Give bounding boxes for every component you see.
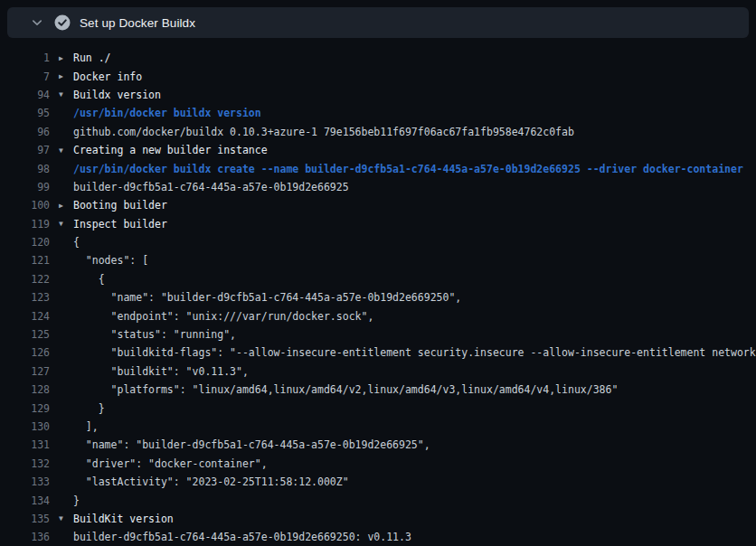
log-line: 130 ], <box>0 418 756 436</box>
line-number[interactable]: 119 <box>0 218 50 231</box>
log-line: 136builder-d9cfb5a1-c764-445a-a57e-0b19d… <box>0 528 756 546</box>
line-number[interactable]: 120 <box>0 236 50 249</box>
line-number[interactable]: 98 <box>0 163 50 175</box>
log-line: 133 "lastActivity": "2023-02-25T11:58:12… <box>0 473 756 491</box>
line-number[interactable]: 95 <box>0 107 50 119</box>
line-number[interactable]: 7 <box>0 71 50 83</box>
log-line: 134} <box>0 491 756 509</box>
output-text: "status": "running", <box>73 328 236 341</box>
log-line: 123 "name": "builder-d9cfb5a1-c764-445a-… <box>0 288 756 306</box>
log-line: 129 } <box>0 399 756 417</box>
log-line: 120{ <box>0 233 756 251</box>
log-line: 96github.com/docker/buildx 0.10.3+azure-… <box>0 123 756 141</box>
output-text: "lastActivity": "2023-02-25T11:58:12.000… <box>73 475 349 488</box>
output-text: "name": "builder-d9cfb5a1-c764-445a-a57e… <box>73 438 430 451</box>
group-title: Buildx version <box>73 89 161 101</box>
group-collapse-marker-icon[interactable]: ▼ <box>59 220 73 228</box>
log-line: 127 "buildkit": "v0.11.3", <box>0 362 756 381</box>
group-title: Booting builder <box>73 199 167 212</box>
group-title: BuildKit version <box>73 513 174 525</box>
line-number[interactable]: 123 <box>0 291 50 304</box>
log-group-line[interactable]: 1▶Run ./ <box>0 49 756 67</box>
step-title: Set up Docker Buildx <box>80 16 195 30</box>
line-number[interactable]: 129 <box>0 402 50 415</box>
output-text: "endpoint": "unix:///var/run/docker.sock… <box>73 310 373 323</box>
log-line: 132 "driver": "docker-container", <box>0 455 756 473</box>
group-collapse-marker-icon[interactable]: ▼ <box>59 146 73 155</box>
log-group-line[interactable]: 135▼BuildKit version <box>0 510 756 528</box>
group-collapse-marker-icon[interactable]: ▼ <box>59 514 73 522</box>
group-expand-marker-icon[interactable]: ▶ <box>59 72 73 80</box>
line-number[interactable]: 99 <box>0 181 50 193</box>
log-line: 95/usr/bin/docker buildx version <box>0 104 756 122</box>
output-text: "nodes": [ <box>73 254 148 267</box>
output-text: { <box>73 236 80 249</box>
log-line: 121 "nodes": [ <box>0 251 756 269</box>
group-title: Inspect builder <box>73 218 167 231</box>
log-group-line[interactable]: 100▶Booting builder <box>0 196 756 214</box>
output-text: "name": "builder-d9cfb5a1-c764-445a-a57e… <box>73 291 461 304</box>
log-line: 126 "buildkitd-flags": "--allow-insecure… <box>0 344 756 362</box>
line-number[interactable]: 128 <box>0 383 50 396</box>
line-number[interactable]: 124 <box>0 310 50 323</box>
group-title: Creating a new builder instance <box>73 144 268 156</box>
line-number[interactable]: 136 <box>0 531 50 543</box>
log-line: 124 "endpoint": "unix:///var/run/docker.… <box>0 306 756 325</box>
line-number[interactable]: 122 <box>0 273 50 286</box>
log-line: 128 "platforms": "linux/amd64,linux/amd6… <box>0 381 756 399</box>
line-number[interactable]: 134 <box>0 494 50 507</box>
check-circle-icon <box>54 14 71 31</box>
group-expand-marker-icon[interactable]: ▶ <box>59 202 73 210</box>
output-text: "driver": "docker-container", <box>73 457 268 470</box>
log-area: 1▶Run ./7▶Docker info94▼Buildx version95… <box>0 49 756 546</box>
output-text: builder-d9cfb5a1-c764-445a-a57e-0b19d2e6… <box>73 181 349 193</box>
output-text: "platforms": "linux/amd64,linux/amd64/v2… <box>73 383 618 396</box>
log-group-line[interactable]: 119▼Inspect builder <box>0 215 756 233</box>
line-number[interactable]: 96 <box>0 126 50 138</box>
line-number[interactable]: 94 <box>0 89 50 101</box>
log-group-line[interactable]: 7▶Docker info <box>0 67 756 85</box>
log-line: 99builder-d9cfb5a1-c764-445a-a57e-0b19d2… <box>0 178 756 196</box>
line-number[interactable]: 97 <box>0 144 50 156</box>
log-line: 122 { <box>0 270 756 288</box>
command-text: /usr/bin/docker buildx create --name bui… <box>73 163 743 175</box>
step-header[interactable]: Set up Docker Buildx <box>7 7 749 38</box>
line-number[interactable]: 100 <box>0 199 50 212</box>
log-line: 98/usr/bin/docker buildx create --name b… <box>0 159 756 177</box>
output-text: } <box>73 494 80 507</box>
line-number[interactable]: 131 <box>0 438 50 451</box>
group-title: Run ./ <box>73 52 111 64</box>
output-text: "buildkit": "v0.11.3", <box>73 365 249 378</box>
line-number[interactable]: 127 <box>0 365 50 378</box>
chevron-down-icon <box>31 16 43 29</box>
line-number[interactable]: 1 <box>0 52 50 64</box>
output-text: ], <box>73 420 99 433</box>
output-text: { <box>73 273 105 286</box>
log-line: 131 "name": "builder-d9cfb5a1-c764-445a-… <box>0 436 756 454</box>
log-group-line[interactable]: 94▼Buildx version <box>0 86 756 104</box>
log-line: 125 "status": "running", <box>0 325 756 344</box>
line-number[interactable]: 132 <box>0 457 50 470</box>
log-group-line[interactable]: 97▼Creating a new builder instance <box>0 141 756 159</box>
line-number[interactable]: 130 <box>0 420 50 433</box>
group-expand-marker-icon[interactable]: ▶ <box>59 54 73 62</box>
line-number[interactable]: 135 <box>0 513 50 525</box>
line-number[interactable]: 125 <box>0 328 50 341</box>
line-number[interactable]: 126 <box>0 346 50 359</box>
output-text: } <box>73 402 105 415</box>
output-text: builder-d9cfb5a1-c764-445a-a57e-0b19d2e6… <box>73 531 411 543</box>
line-number[interactable]: 121 <box>0 254 50 267</box>
output-text: "buildkitd-flags": "--allow-insecure-ent… <box>73 346 756 359</box>
group-title: Docker info <box>73 71 142 83</box>
command-text: /usr/bin/docker buildx version <box>73 107 261 119</box>
output-text: github.com/docker/buildx 0.10.3+azure-1 … <box>73 126 574 138</box>
group-collapse-marker-icon[interactable]: ▼ <box>59 90 73 99</box>
line-number[interactable]: 133 <box>0 475 50 488</box>
